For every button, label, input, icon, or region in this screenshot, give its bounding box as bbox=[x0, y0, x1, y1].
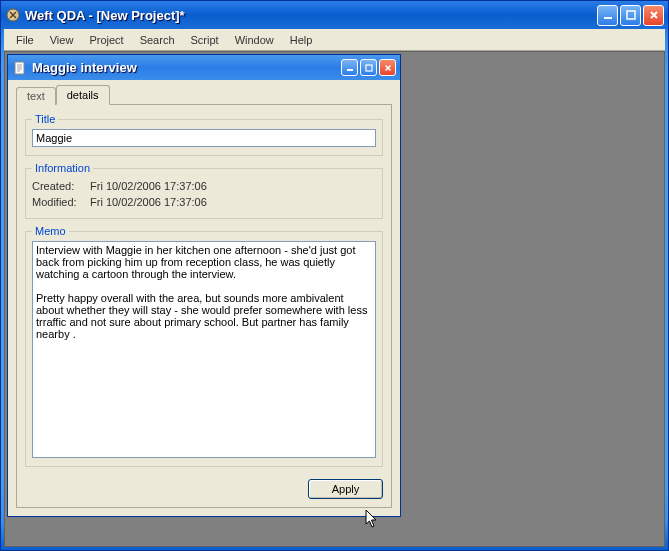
modified-row: Modified: Fri 10/02/2006 17:37:06 bbox=[32, 194, 376, 210]
apply-button[interactable]: Apply bbox=[308, 479, 383, 499]
doc-close-button[interactable] bbox=[379, 59, 396, 76]
menu-file[interactable]: File bbox=[8, 32, 42, 48]
title-input[interactable] bbox=[32, 129, 376, 147]
minimize-button[interactable] bbox=[597, 5, 618, 26]
document-titlebar[interactable]: Maggie interview bbox=[8, 55, 400, 80]
document-window-controls bbox=[341, 59, 396, 76]
information-fieldset: Information Created: Fri 10/02/2006 17:3… bbox=[25, 162, 383, 219]
title-legend: Title bbox=[32, 113, 58, 125]
document-window: Maggie interview text details Title bbox=[7, 54, 401, 517]
menu-search[interactable]: Search bbox=[132, 32, 183, 48]
close-button[interactable] bbox=[643, 5, 664, 26]
main-titlebar[interactable]: Weft QDA - [New Project]* bbox=[1, 1, 668, 29]
main-title: Weft QDA - [New Project]* bbox=[25, 8, 597, 23]
maximize-button[interactable] bbox=[620, 5, 641, 26]
memo-legend: Memo bbox=[32, 225, 69, 237]
created-value: Fri 10/02/2006 17:37:06 bbox=[90, 180, 207, 192]
created-row: Created: Fri 10/02/2006 17:37:06 bbox=[32, 178, 376, 194]
menu-view[interactable]: View bbox=[42, 32, 82, 48]
tab-panel-details: Title Information Created: Fri 10/02/200… bbox=[16, 104, 392, 508]
tab-details[interactable]: details bbox=[56, 85, 110, 105]
memo-fieldset: Memo bbox=[25, 225, 383, 467]
svg-rect-2 bbox=[627, 11, 635, 19]
svg-rect-3 bbox=[15, 62, 24, 74]
created-label: Created: bbox=[32, 180, 90, 192]
main-window-controls bbox=[597, 5, 664, 26]
document-icon bbox=[12, 60, 28, 76]
svg-rect-1 bbox=[604, 17, 612, 19]
information-legend: Information bbox=[32, 162, 93, 174]
menu-help[interactable]: Help bbox=[282, 32, 321, 48]
svg-rect-4 bbox=[347, 69, 353, 71]
doc-maximize-button[interactable] bbox=[360, 59, 377, 76]
menu-project[interactable]: Project bbox=[81, 32, 131, 48]
modified-value: Fri 10/02/2006 17:37:06 bbox=[90, 196, 207, 208]
title-fieldset: Title bbox=[25, 113, 383, 156]
menubar: File View Project Search Script Window H… bbox=[4, 29, 665, 51]
mdi-client-area: Maggie interview text details Title bbox=[4, 51, 665, 547]
memo-textarea[interactable] bbox=[32, 241, 376, 458]
button-row: Apply bbox=[25, 473, 383, 499]
document-body: text details Title Information Created: … bbox=[8, 80, 400, 516]
tab-bar: text details bbox=[16, 85, 392, 105]
tab-text[interactable]: text bbox=[16, 87, 56, 105]
menu-window[interactable]: Window bbox=[227, 32, 282, 48]
document-title: Maggie interview bbox=[32, 60, 341, 75]
svg-rect-5 bbox=[366, 65, 372, 71]
main-window: Weft QDA - [New Project]* File View Proj… bbox=[0, 0, 669, 551]
doc-minimize-button[interactable] bbox=[341, 59, 358, 76]
modified-label: Modified: bbox=[32, 196, 90, 208]
menu-script[interactable]: Script bbox=[183, 32, 227, 48]
app-icon bbox=[5, 7, 21, 23]
